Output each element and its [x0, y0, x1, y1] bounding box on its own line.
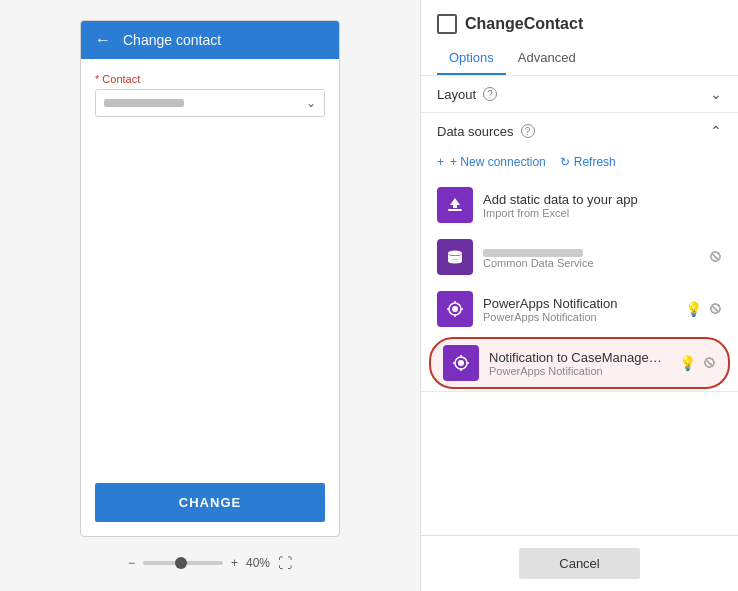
svg-rect-0 — [448, 209, 462, 211]
datasource-item-actions: 💡 🛇 — [679, 355, 716, 371]
svg-point-2 — [448, 251, 462, 256]
datasources-chevron-icon: ⌃ — [710, 123, 722, 139]
item-bulb-icon[interactable]: 💡 — [679, 355, 696, 371]
datasource-info: Add static data to your app Import from … — [483, 192, 722, 219]
svg-marker-1 — [450, 198, 460, 208]
datasource-type: PowerApps Notification — [483, 311, 675, 323]
change-button[interactable]: CHANGE — [95, 483, 325, 522]
layout-section-header[interactable]: Layout ? ⌄ — [421, 76, 738, 113]
datasources-section: Data sources ? ⌃ + + New connection ↻ Re… — [421, 113, 738, 392]
panel-title: ChangeContact — [465, 15, 583, 33]
item-info-icon[interactable]: 🛇 — [702, 355, 716, 371]
screen-icon — [437, 14, 457, 34]
datasource-list: Add static data to your app Import from … — [421, 179, 738, 391]
datasource-name: Add static data to your app — [483, 192, 722, 207]
layout-help-icon[interactable]: ? — [483, 87, 497, 101]
zoom-plus-icon[interactable]: + — [231, 556, 238, 570]
datasource-type: Common Data Service — [483, 257, 698, 269]
new-connection-link[interactable]: + + New connection — [437, 155, 546, 169]
datasource-item-actions: 🛇 — [708, 249, 722, 265]
datasource-item-actions: 💡 🛇 — [685, 301, 722, 317]
refresh-link[interactable]: ↻ Refresh — [560, 155, 616, 169]
layout-title: Layout ? — [437, 87, 497, 102]
list-item[interactable]: Add static data to your app Import from … — [421, 179, 738, 231]
tabs-container: Options Advanced — [437, 44, 722, 75]
item-info-icon[interactable]: 🛇 — [708, 249, 722, 265]
datasource-type: PowerApps Notification — [489, 365, 669, 377]
contact-field-label: * Contact — [95, 73, 325, 85]
datasource-info: Notification to CaseManageme... PowerApp… — [489, 350, 669, 377]
dropdown-chevron-icon: ⌄ — [306, 96, 316, 110]
notification-icon — [437, 291, 473, 327]
zoom-minus-icon[interactable]: − — [128, 556, 135, 570]
datasources-header[interactable]: Data sources ? ⌃ — [421, 113, 738, 149]
refresh-icon: ↻ — [560, 155, 570, 169]
phone-title: Change contact — [123, 32, 221, 48]
right-body: Layout ? ⌄ Data sources ? ⌃ + + New conn… — [421, 76, 738, 535]
datasources-help-icon[interactable]: ? — [521, 124, 535, 138]
svg-point-4 — [452, 306, 458, 312]
datasource-info: PowerApps Notification PowerApps Notific… — [483, 296, 675, 323]
phone-content: * Contact ⌄ — [81, 59, 339, 469]
datasource-info: Common Data Service — [483, 246, 698, 269]
zoom-controls: − + 40% ⛶ — [128, 555, 292, 571]
datasources-actions: + + New connection ↻ Refresh — [421, 149, 738, 179]
phone-header: ← Change contact — [81, 21, 339, 59]
contact-value-blur — [104, 99, 184, 107]
tab-options[interactable]: Options — [437, 44, 506, 75]
list-item[interactable]: Common Data Service 🛇 — [421, 231, 738, 283]
zoom-percent: 40% — [246, 556, 270, 570]
item-bulb-icon[interactable]: 💡 — [685, 301, 702, 317]
phone-bottom: CHANGE — [81, 469, 339, 536]
zoom-thumb — [175, 557, 187, 569]
item-info-icon[interactable]: 🛇 — [708, 301, 722, 317]
datasource-type: Import from Excel — [483, 207, 722, 219]
svg-point-10 — [458, 360, 464, 366]
back-arrow-icon[interactable]: ← — [95, 31, 111, 49]
contact-dropdown[interactable]: ⌄ — [95, 89, 325, 117]
database-icon — [437, 239, 473, 275]
zoom-slider[interactable] — [143, 561, 223, 565]
list-item[interactable]: PowerApps Notification PowerApps Notific… — [421, 283, 738, 335]
blurred-name — [483, 249, 583, 257]
upload-icon — [437, 187, 473, 223]
right-footer: Cancel — [421, 535, 738, 591]
layout-chevron-icon: ⌄ — [710, 86, 722, 102]
plus-icon: + — [437, 155, 444, 169]
datasource-name: PowerApps Notification — [483, 296, 675, 311]
notification-case-icon — [443, 345, 479, 381]
expand-icon[interactable]: ⛶ — [278, 555, 292, 571]
datasources-title: Data sources ? — [437, 124, 535, 139]
cancel-button[interactable]: Cancel — [519, 548, 639, 579]
right-panel: ChangeContact Options Advanced Layout ? … — [420, 0, 738, 591]
left-panel: ← Change contact * Contact ⌄ CHANGE − + … — [0, 0, 420, 591]
right-header: ChangeContact Options Advanced — [421, 0, 738, 76]
list-item-highlighted[interactable]: Notification to CaseManageme... PowerApp… — [429, 337, 730, 389]
panel-title-area: ChangeContact — [437, 14, 722, 34]
datasource-name: Notification to CaseManageme... — [489, 350, 669, 365]
phone-mockup: ← Change contact * Contact ⌄ CHANGE — [80, 20, 340, 537]
tab-advanced[interactable]: Advanced — [506, 44, 588, 75]
